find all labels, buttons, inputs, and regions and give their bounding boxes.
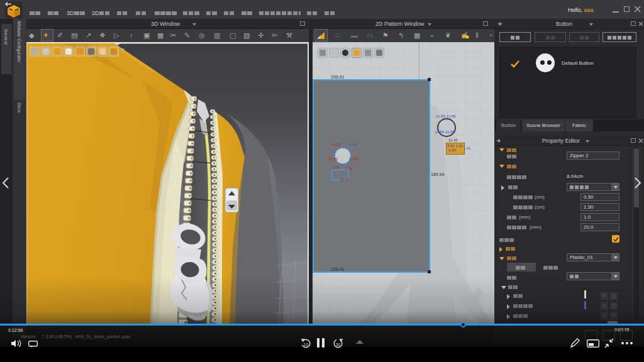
svg-text:10: 10: [304, 343, 309, 347]
svg-text:30: 30: [336, 343, 341, 347]
